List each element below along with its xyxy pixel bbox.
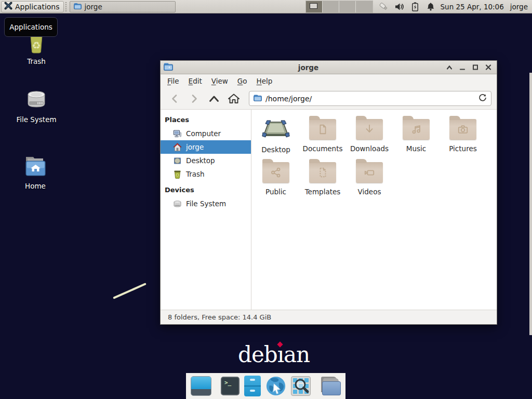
pathbar-text[interactable]: /home/jorge/: [265, 95, 475, 103]
window-titlebar[interactable]: jorge: [161, 61, 497, 74]
workspace-switcher: [305, 1, 373, 13]
panel-clock[interactable]: Sun 25 Apr, 10:06: [441, 3, 504, 11]
dock-file-cabinet-icon[interactable]: [244, 376, 261, 396]
file-item-pictures[interactable]: Pictures: [440, 116, 486, 154]
home-button[interactable]: [225, 91, 243, 107]
dock-app-finder-icon[interactable]: [291, 376, 311, 396]
volume-icon[interactable]: [395, 2, 404, 11]
forward-button[interactable]: [185, 91, 203, 107]
music-folder-icon: [403, 119, 430, 140]
sidebar-computer-label: Computer: [186, 129, 221, 138]
filesystem-label: File System: [11, 115, 61, 124]
videos-folder-icon: [356, 162, 383, 183]
sidebar-item-filesystem[interactable]: File System: [161, 197, 251, 210]
taskbar-folder-icon: [74, 3, 82, 11]
applications-menu-button[interactable]: Applications: [1, 1, 64, 12]
home-label: Home: [10, 182, 60, 190]
pathbar[interactable]: /home/jorge/: [249, 91, 491, 106]
dock-terminal-icon[interactable]: >_: [221, 376, 240, 396]
download-arrow-emblem-icon: [356, 119, 383, 140]
pathbar-folder-icon: [254, 95, 262, 103]
dock-folder-icon[interactable]: [320, 376, 341, 396]
filesystem-drive-icon: [11, 87, 61, 112]
workspace-2[interactable]: [323, 1, 339, 12]
statusbar: 8 folders, Free space: 14.4 GiB: [161, 310, 497, 324]
sidebar-item-desktop[interactable]: Desktop: [161, 154, 251, 167]
desktop-icon-filesystem[interactable]: File System: [11, 87, 61, 124]
home-icon: [173, 143, 182, 152]
file-label-desktop: Desktop: [252, 145, 299, 154]
debian-logo-part1: deb: [238, 342, 277, 367]
taskbar-window-button[interactable]: jorge: [70, 1, 176, 12]
desktop-folder-icon: [262, 118, 290, 141]
sidebar-filesystem-label: File System: [186, 200, 226, 208]
menu-file[interactable]: File: [163, 75, 184, 87]
close-button[interactable]: [483, 62, 494, 73]
applications-tooltip: Applications: [4, 17, 58, 37]
menu-view[interactable]: View: [207, 75, 233, 87]
templates-folder-icon: [309, 162, 336, 183]
workspace-3[interactable]: [339, 1, 356, 12]
file-label-videos: Videos: [346, 188, 393, 196]
computer-icon: [173, 129, 182, 138]
pencil-cursor-line: [113, 283, 147, 299]
notification-bell-icon[interactable]: [426, 2, 435, 11]
menu-help[interactable]: Help: [252, 75, 277, 87]
window-controls: [444, 62, 494, 73]
file-label-music: Music: [393, 144, 440, 153]
file-label-downloads: Downloads: [346, 144, 393, 153]
file-item-templates[interactable]: Templates: [299, 159, 346, 196]
home-folder-icon: [10, 154, 60, 179]
file-row-2: Public Templates: [252, 159, 497, 196]
sidebar-trash-label: Trash: [186, 170, 205, 178]
file-row-1: Desktop Documents: [252, 116, 497, 154]
system-tray: [379, 2, 435, 11]
minimize-button[interactable]: [457, 62, 468, 73]
panel-handle: [65, 2, 68, 11]
document-emblem-icon: [309, 119, 336, 140]
removable-media-icon[interactable]: [379, 2, 389, 11]
shade-button[interactable]: [444, 62, 455, 73]
sidebar-item-home[interactable]: jorge: [161, 140, 251, 154]
toolbar: /home/jorge/: [161, 88, 497, 110]
back-button[interactable]: [166, 91, 183, 107]
public-folder-icon: [262, 162, 289, 183]
taskbar-window-label: jorge: [85, 3, 102, 11]
documents-folder-icon: [309, 119, 336, 140]
workspace-1[interactable]: [306, 1, 323, 12]
music-notes-emblem-icon: [403, 119, 430, 140]
menu-go[interactable]: Go: [233, 75, 252, 87]
file-label-public: Public: [252, 188, 299, 196]
debian-logo-part2: an: [284, 342, 310, 367]
maximize-button[interactable]: [470, 62, 481, 73]
file-item-public[interactable]: Public: [252, 159, 299, 196]
workspace-4[interactable]: [356, 1, 373, 12]
file-item-downloads[interactable]: Downloads: [346, 116, 393, 154]
menubar: File Edit View Go Help: [161, 74, 497, 88]
file-item-documents[interactable]: Documents: [299, 116, 346, 154]
offscreen-window-edge: [529, 73, 532, 335]
file-label-templates: Templates: [299, 188, 346, 196]
sidebar-item-trash[interactable]: Trash: [161, 167, 251, 181]
file-item-music[interactable]: Music: [393, 116, 440, 154]
template-emblem-icon: [309, 162, 336, 183]
statusbar-text: 8 folders, Free space: 14.4 GiB: [168, 313, 271, 321]
desktop-icon-home[interactable]: Home: [10, 154, 60, 190]
panel-username[interactable]: jorge: [510, 3, 528, 11]
dock-web-browser-icon[interactable]: [265, 376, 286, 396]
file-item-desktop[interactable]: Desktop: [252, 116, 299, 154]
trash-label: Trash: [11, 57, 61, 65]
file-item-videos[interactable]: Videos: [346, 159, 393, 196]
sidebar-item-computer[interactable]: Computer: [161, 127, 251, 140]
menu-edit[interactable]: Edit: [184, 75, 207, 87]
pictures-folder-icon: [449, 119, 476, 140]
sidebar-desktop-label: Desktop: [186, 156, 215, 165]
debian-wallpaper-logo: debıan: [238, 344, 310, 366]
reload-icon[interactable]: [478, 94, 487, 103]
file-view: Desktop Documents: [251, 110, 497, 310]
up-button[interactable]: [205, 91, 223, 107]
dock-window-icon[interactable]: [191, 376, 211, 396]
window-folder-icon: [164, 63, 173, 72]
debian-logo-i: ı: [277, 342, 284, 367]
battery-icon[interactable]: [410, 2, 420, 11]
